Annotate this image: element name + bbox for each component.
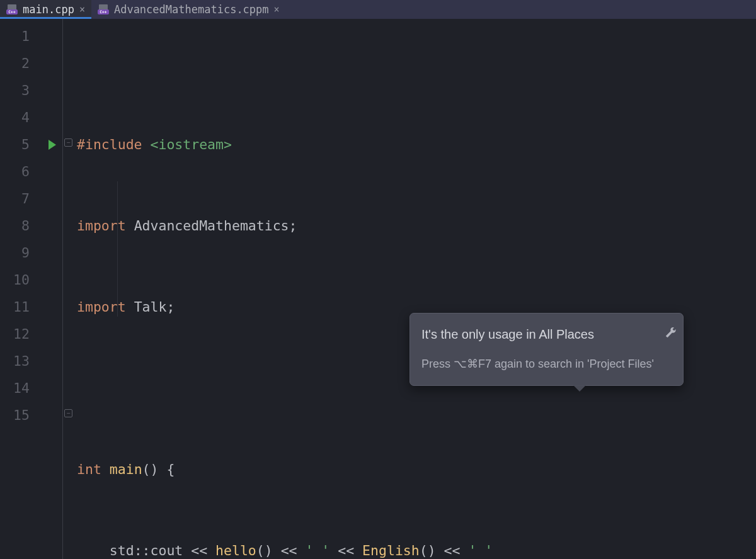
line-number: 7 (0, 185, 30, 212)
line-number: 10 (0, 266, 30, 293)
tab-label: main.cpp (23, 3, 74, 16)
code-line[interactable]: int main() { (77, 456, 756, 483)
cpp-file-icon: C++ (6, 4, 18, 14)
line-number: 4 (0, 104, 30, 131)
tab-advancedmathematics[interactable]: C++ AdvancedMathematics.cppm × (91, 0, 286, 19)
line-number: 3 (0, 77, 30, 104)
cpp-file-icon: C++ (98, 4, 109, 14)
line-number: 2 (0, 50, 30, 77)
line-number: 15 (0, 402, 30, 429)
tooltip-pointer (573, 385, 586, 392)
line-number: 6 (0, 158, 30, 185)
tab-label: AdvancedMathematics.cppm (114, 3, 269, 16)
fold-column: − − (63, 19, 74, 559)
fold-toggle-icon[interactable]: − (64, 138, 72, 147)
code-area[interactable]: #include <iostream> import AdvancedMathe… (74, 19, 756, 559)
line-number: 12 (0, 320, 30, 347)
tooltip-hint: Press ⌥⌘F7 again to search in 'Project F… (421, 351, 654, 378)
code-line[interactable]: #include <iostream> (77, 131, 756, 158)
fold-toggle-icon[interactable]: − (64, 409, 72, 417)
close-icon[interactable]: × (274, 4, 280, 15)
line-number: 14 (0, 375, 30, 402)
wrench-icon[interactable] (665, 320, 677, 331)
line-number: 9 (0, 239, 30, 266)
line-number: 13 (0, 347, 30, 375)
code-line[interactable]: std::cout << hello() << ' ' << English()… (77, 537, 756, 559)
tab-main-cpp[interactable]: C++ main.cpp × (0, 0, 91, 19)
usage-tooltip: It's the only usage in All Places Press … (410, 313, 684, 386)
code-line[interactable]: import AdvancedMathematics; (77, 212, 756, 239)
line-number: 1 (0, 23, 30, 50)
run-gutter-icon[interactable] (49, 140, 56, 150)
line-number: 5 (0, 131, 30, 158)
line-number: 11 (0, 293, 30, 320)
line-number-gutter: 1 2 3 4 5 6 7 8 9 10 11 12 13 14 15 (0, 19, 63, 559)
line-number: 8 (0, 212, 30, 239)
editor-tabs: C++ main.cpp × C++ AdvancedMathematics.c… (0, 0, 756, 19)
close-icon[interactable]: × (79, 4, 85, 15)
tooltip-title: It's the only usage in All Places (421, 321, 654, 348)
code-editor[interactable]: 1 2 3 4 5 6 7 8 9 10 11 12 13 14 15 − − … (0, 19, 756, 559)
